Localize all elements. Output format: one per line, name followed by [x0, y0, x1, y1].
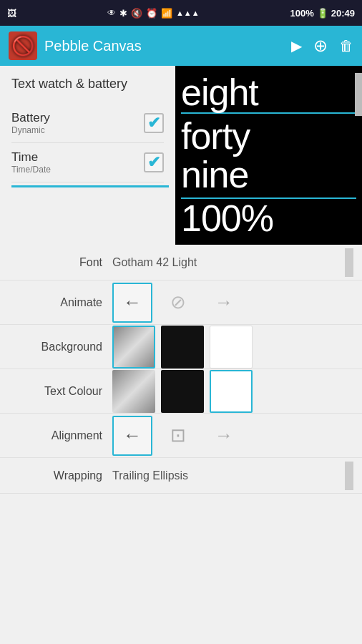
send-icon[interactable]: ▶	[291, 37, 302, 54]
preview-line4: 100%	[181, 199, 356, 238]
watch-preview: eight forty nine 100%	[175, 66, 362, 245]
background-row: Background	[0, 325, 362, 369]
toolbar: 🚫 Pebble Canvas ▶ ⊕ 🗑	[0, 26, 362, 66]
background-swatch-black[interactable]	[161, 326, 204, 369]
main-scroll[interactable]: Text watch & battery Battery Dynamic ✔ T…	[0, 66, 362, 644]
alarm-icon: ⏰	[146, 8, 157, 19]
background-label: Background	[9, 341, 112, 353]
background-swatch-gradient[interactable]	[112, 326, 155, 369]
time-row: Time Time/Date ✔	[11, 143, 164, 182]
battery-checkmark: ✔	[147, 114, 160, 132]
alignment-label: Alignment	[9, 429, 112, 442]
text-colour-swatch-white[interactable]	[210, 370, 253, 413]
alignment-right-button[interactable]: →	[204, 416, 244, 456]
scroll-indicator	[355, 73, 362, 116]
background-swatches	[112, 326, 253, 369]
time-checkmark: ✔	[147, 153, 160, 172]
status-center-icons: 👁 ✱ 🔇 ⏰ 📶 ▲▲▲	[107, 8, 200, 19]
font-value: Gotham 42 Light	[112, 256, 197, 269]
animate-right-button[interactable]: →	[204, 283, 244, 323]
wrapping-label: Wrapping	[9, 469, 112, 482]
text-colour-swatch-black[interactable]	[161, 370, 204, 413]
align-left-icon: ←	[123, 424, 142, 447]
right-arrow-icon: →	[215, 291, 233, 313]
battery-icon: 🔋	[317, 8, 328, 19]
preview-line2-3: forty nine	[181, 112, 356, 199]
status-right: 100% 🔋 20:49	[290, 8, 355, 19]
status-bar: 🖼 👁 ✱ 🔇 ⏰ 📶 ▲▲▲ 100% 🔋 20:49	[0, 0, 362, 26]
app-layout: 🖼 👁 ✱ 🔇 ⏰ 📶 ▲▲▲ 100% 🔋 20:49 🚫 Pebble Ca…	[0, 0, 362, 644]
content-split: Text watch & battery Battery Dynamic ✔ T…	[0, 66, 362, 245]
animate-slash-button[interactable]: ⊘	[158, 283, 198, 323]
app-title: Pebble Canvas	[44, 38, 284, 54]
wrapping-scrollbar	[345, 462, 353, 490]
battery-row: Battery Dynamic ✔	[11, 104, 164, 143]
wrapping-row: Wrapping Trailing Ellipsis	[0, 458, 362, 494]
section-title: Text watch & battery	[11, 76, 164, 92]
wifi-icon: 📶	[161, 8, 172, 19]
app-icon: 🚫	[9, 31, 37, 60]
text-colour-swatch-gradient[interactable]	[112, 370, 155, 413]
text-colour-row: Text Colour	[0, 369, 362, 414]
delete-icon[interactable]: 🗑	[339, 38, 353, 54]
align-center-icon: ⊡	[170, 424, 186, 447]
font-label: Font	[9, 256, 112, 269]
section-divider	[11, 185, 169, 187]
clock: 20:49	[331, 8, 355, 19]
text-colour-label: Text Colour	[9, 385, 112, 398]
preview-line1: eight	[181, 73, 356, 112]
preview-content: eight forty nine 100%	[175, 66, 362, 245]
animate-label: Animate	[9, 296, 112, 309]
battery-sublabel: Dynamic	[11, 125, 50, 135]
signal-icon: ▲▲▲	[176, 9, 200, 17]
left-column: Text watch & battery Battery Dynamic ✔ T…	[0, 66, 175, 245]
animate-controls: ← ⊘ →	[112, 283, 244, 323]
alignment-left-button[interactable]: ←	[112, 416, 152, 456]
eye-icon: 👁	[107, 8, 116, 18]
toolbar-actions: ▶ ⊕ 🗑	[291, 36, 353, 56]
battery-label: Battery	[11, 111, 50, 125]
left-arrow-icon: ←	[123, 291, 142, 313]
time-sublabel: Time/Date	[11, 165, 51, 175]
animate-row: Animate ← ⊘ →	[0, 280, 362, 325]
time-checkbox[interactable]: ✔	[144, 152, 164, 172]
battery-percent: 100%	[290, 8, 313, 19]
battery-checkbox[interactable]: ✔	[144, 113, 164, 133]
alignment-row: Alignment ← ⊡ →	[0, 414, 362, 458]
status-left-icons: 🖼	[7, 8, 16, 19]
background-swatch-white[interactable]	[210, 326, 253, 369]
mute-icon: 🔇	[131, 8, 142, 19]
preview-line3: nine	[181, 155, 356, 195]
screen-icon: 🖼	[7, 8, 16, 19]
align-right-icon: →	[215, 424, 233, 447]
slash-circle-icon: ⊘	[170, 291, 186, 313]
alignment-controls: ← ⊡ →	[112, 416, 244, 456]
font-scrollbar	[345, 248, 353, 277]
wrapping-value: Trailing Ellipsis	[112, 469, 188, 482]
font-row: Font Gotham 42 Light	[0, 245, 362, 280]
bluetooth-icon: ✱	[119, 8, 127, 19]
preview-line2: forty	[181, 117, 356, 156]
animate-left-button[interactable]: ←	[112, 283, 152, 323]
bottom-rows: Font Gotham 42 Light Animate ← ⊘ →	[0, 245, 362, 494]
time-label: Time	[11, 150, 51, 165]
alignment-center-button[interactable]: ⊡	[158, 416, 198, 456]
text-colour-swatches	[112, 370, 253, 413]
add-circle-icon[interactable]: ⊕	[313, 36, 328, 56]
